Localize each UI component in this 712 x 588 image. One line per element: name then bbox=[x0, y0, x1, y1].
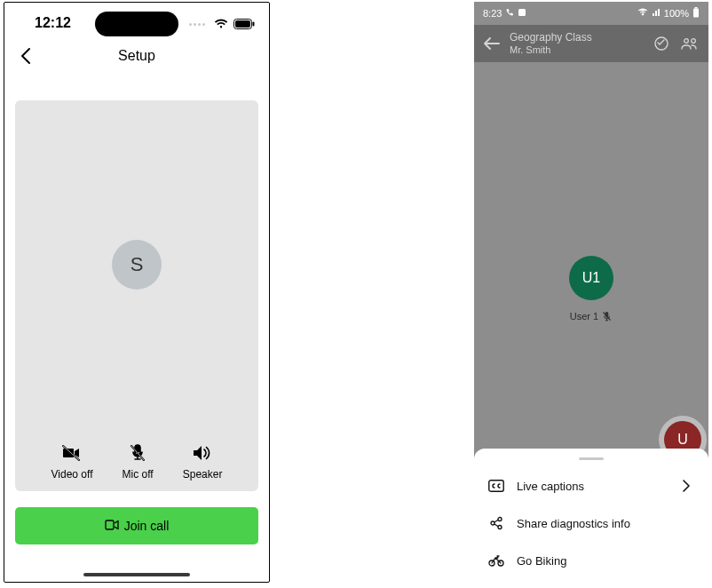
arrow-left-icon bbox=[484, 37, 500, 50]
signal-icon bbox=[652, 8, 661, 19]
status-right-cluster: 100% bbox=[637, 7, 700, 20]
status-left-cluster: 8:23 bbox=[483, 8, 526, 19]
avatar-initial: S bbox=[131, 253, 144, 276]
speaker-icon bbox=[192, 443, 213, 463]
setup-header: Setup bbox=[4, 38, 269, 74]
status-time: 8:23 bbox=[483, 8, 502, 19]
self-avatar-initial: U bbox=[677, 432, 688, 448]
left-status-bar: 12:12 bbox=[4, 3, 269, 38]
live-captions-label: Live captions bbox=[517, 480, 584, 493]
svg-point-12 bbox=[684, 39, 689, 44]
page-title: Setup bbox=[118, 48, 155, 64]
call-subtitle: Mr. Smith bbox=[510, 44, 643, 56]
phone-icon bbox=[505, 8, 514, 19]
media-controls-row: Video off Mic off Speaker bbox=[15, 443, 258, 481]
svg-point-17 bbox=[498, 518, 502, 521]
back-button[interactable] bbox=[483, 35, 501, 52]
go-biking-item[interactable]: Go Biking bbox=[474, 542, 708, 579]
participants-button[interactable] bbox=[680, 34, 700, 53]
join-call-label: Join call bbox=[124, 519, 170, 533]
chevron-left-icon bbox=[20, 47, 32, 65]
call-canvas: U1 User 1 bbox=[474, 62, 708, 471]
chat-icon bbox=[653, 36, 669, 52]
svg-point-16 bbox=[491, 521, 494, 525]
back-button[interactable] bbox=[15, 45, 36, 67]
video-preview-panel: S Video off Mic off Speaker bbox=[15, 100, 258, 491]
live-captions-item[interactable]: Live captions bbox=[474, 467, 708, 505]
home-indicator[interactable] bbox=[83, 573, 190, 576]
battery-icon bbox=[692, 7, 700, 20]
actions-bottom-sheet: Live captions Share diagnostics info Go … bbox=[474, 449, 708, 584]
svg-rect-7 bbox=[106, 520, 114, 529]
status-icons bbox=[189, 19, 255, 29]
video-toggle-label: Video off bbox=[51, 468, 93, 481]
notification-icon bbox=[518, 8, 526, 19]
video-off-icon bbox=[61, 443, 83, 463]
participant-tile[interactable]: U1 User 1 bbox=[569, 256, 613, 323]
go-biking-label: Go Biking bbox=[517, 554, 566, 568]
mic-muted-icon bbox=[602, 311, 613, 322]
video-call-icon bbox=[105, 519, 119, 533]
participant-initials: U1 bbox=[582, 270, 600, 286]
svg-rect-2 bbox=[253, 22, 255, 27]
notch bbox=[95, 12, 178, 36]
battery-icon bbox=[233, 19, 255, 29]
bike-icon bbox=[488, 552, 504, 568]
video-toggle-button[interactable]: Video off bbox=[51, 443, 93, 481]
svg-rect-1 bbox=[235, 20, 250, 28]
participant-name: User 1 bbox=[570, 311, 598, 322]
participant-name-row: User 1 bbox=[570, 311, 613, 322]
speaker-toggle-label: Speaker bbox=[183, 468, 223, 481]
mic-toggle-label: Mic off bbox=[123, 468, 154, 481]
right-phone-frame: 8:23 100% Geography Class bbox=[474, 2, 708, 584]
wifi-call-icon bbox=[637, 8, 648, 19]
mic-toggle-button[interactable]: Mic off bbox=[123, 443, 154, 481]
share-diagnostics-item[interactable]: Share diagnostics info bbox=[474, 505, 708, 542]
share-icon bbox=[488, 515, 504, 531]
mic-off-icon bbox=[127, 443, 148, 463]
call-header-bar: Geography Class Mr. Smith bbox=[474, 25, 708, 62]
svg-point-18 bbox=[498, 526, 502, 529]
people-icon bbox=[681, 36, 699, 51]
svg-rect-10 bbox=[695, 7, 698, 9]
svg-rect-9 bbox=[693, 9, 699, 18]
sheet-grabber[interactable] bbox=[579, 457, 604, 460]
share-diagnostics-label: Share diagnostics info bbox=[517, 517, 630, 530]
svg-point-11 bbox=[655, 37, 668, 50]
svg-rect-15 bbox=[489, 481, 503, 491]
right-status-bar: 8:23 100% bbox=[474, 2, 708, 25]
chat-button[interactable] bbox=[652, 34, 671, 53]
wifi-icon bbox=[214, 19, 228, 29]
user-avatar: S bbox=[112, 240, 162, 290]
join-call-button[interactable]: Join call bbox=[15, 507, 258, 544]
call-titles: Geography Class Mr. Smith bbox=[510, 32, 643, 55]
svg-point-13 bbox=[692, 39, 696, 44]
status-time: 12:12 bbox=[35, 15, 71, 31]
call-title: Geography Class bbox=[510, 32, 643, 44]
svg-rect-8 bbox=[518, 9, 526, 16]
speaker-toggle-button[interactable]: Speaker bbox=[183, 443, 223, 481]
left-phone-frame: 12:12 Setup S Video off bbox=[4, 2, 270, 583]
chevron-right-icon bbox=[682, 480, 694, 492]
participant-avatar: U1 bbox=[569, 256, 613, 300]
cc-icon bbox=[488, 478, 504, 494]
cellular-dots-icon bbox=[189, 23, 205, 26]
battery-text: 100% bbox=[664, 8, 689, 19]
